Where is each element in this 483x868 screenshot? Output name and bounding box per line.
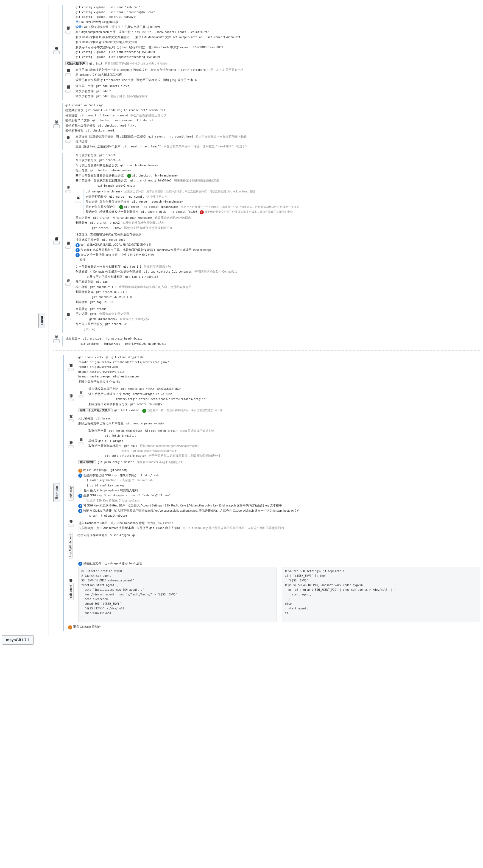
- global-vars-label-wrap: 全局变量: [65, 5, 71, 59]
- clone-label: 克隆版本库: [68, 368, 73, 371]
- ssh-group: 生成 SSH Key ! 此 Git Bash 控制台（git bash bat…: [68, 467, 480, 518]
- section-others: 其它 导出旧版本 git archive --format=zip head>r…: [53, 336, 480, 346]
- remote-init-group: 初始化 别名: [68, 386, 480, 414]
- cf-6: 程序: [80, 257, 480, 262]
- add-files-label: 添加新文件到版本库: [65, 90, 71, 93]
- ft-3: 单纯只 git pull origin: [88, 438, 480, 444]
- newrepo-label: 创建新库: [68, 524, 73, 527]
- daily-label-wrap: 日常操作: [53, 153, 60, 333]
- remote-content: 克隆版本库 git clone <url> 例：git clone d:\git…: [63, 355, 480, 630]
- al-2: 添加后然后自动添加 2 个 config remote.origin.url=d…: [88, 392, 480, 397]
- commit-label: 提交: [53, 124, 60, 128]
- cf-4: 2 作为临时比较某分配与支工具，比较相同的是被某发起了 TortoiseSVN …: [76, 247, 480, 252]
- ssh-0: ! 此 Git Bash 控制台（git bash bat）: [78, 467, 480, 472]
- rdaily-label: 日常操作: [68, 445, 73, 448]
- ssh-content: ! 此 Git Bash 控制台（git bash bat） 1 创建到以前已经…: [76, 467, 480, 518]
- cl-3: remote.origin.url=d:\usb: [78, 365, 480, 370]
- commit-line-4: 撤销所有 2 个文件 git checkout head readme.txt …: [65, 118, 480, 123]
- cf-3: 1 会生成 BACKUP, BASE, LOCAL 和 REMOTE 四个文件: [76, 242, 480, 247]
- tag-7: git checkout -b bt.0.1.0: [92, 294, 480, 300]
- br-10: git branch -D new2 即使分支没有就合并也可以删除下来: [92, 225, 480, 230]
- config-files-label: 设置忽略的文件: [65, 73, 71, 76]
- branch-content: 为比较所有分支 git branch 为比较所有分支 git branch -a…: [73, 153, 480, 230]
- conflict-label-wrap: 解决冲突: [65, 232, 71, 262]
- tag-4: 显示标签列表 git tag: [76, 279, 480, 284]
- ssh-agent-group: 让 ssh-agent 帮我们记住密码 1 修改配置文件，让 ssh-agent…: [68, 561, 480, 622]
- local-content: 初始化 全局变量 git: [49, 5, 480, 636]
- ssh-agent-content: 1 修改配置文件，让 ssh-agent 随 git bash 启动 在 Git…: [76, 561, 480, 622]
- commit-line-3: 修改提交 git commit -C head -a --amend 不会产生新…: [65, 113, 480, 118]
- ssh-8: 4 验证与 GitHub 的连接 输入以下查看提示语将会出现 You've su…: [78, 508, 480, 513]
- rbr-content: 为比较分支 git branch -r 删除远程分支中已标记不归本分支 git …: [76, 416, 480, 426]
- rbr-1: 为比较分支 git branch -r: [78, 416, 480, 421]
- config-files-group: 设置忽略的文件 在使用 git 新建根据文件一个名为 .gitignore 的忽…: [65, 67, 480, 82]
- rollback-content: 回滚提交 回滚提交对于提交 例：回滚最近一次提交 git revert --no…: [73, 134, 480, 149]
- http-content: 把密码定理存到钥匙里 $ ssh-keygen -p: [75, 532, 480, 558]
- ssh-4: 提示输入 Enter passphrase 时要输入密码: [84, 488, 480, 493]
- daily-content: 分支 为比较所有分支 git branch 为比较所有分支 git branch…: [62, 153, 480, 333]
- rollback-label: 撤销修改: [65, 140, 71, 143]
- gv-line-11: git config --global i18n.logoutputencodi…: [76, 55, 480, 60]
- local-label: Local: [38, 313, 45, 328]
- clone-group: 克隆版本库 git clone <url> 例：git clone d:\git…: [68, 355, 480, 384]
- tag-8: 删除标签 git tag -d 1.0: [76, 300, 480, 305]
- rb-line-2: 撤消缓存: [76, 139, 480, 144]
- merge-content: git merge <branchname> 如果发生了冲突，就不自动提交，如果…: [83, 189, 480, 214]
- br-7: git branch empty2 empty: [97, 183, 480, 188]
- init-label-wrap: 初始化: [53, 5, 60, 100]
- alias-subgroup: 别名 添加远程版本库的别名 git remote add <别名> <远程版本库…: [78, 386, 480, 407]
- commit-label-wrap: 提交: [53, 103, 60, 150]
- tag-3: 为某次历史的提交创建标签 git tag 1.1.4e80b165: [87, 274, 480, 279]
- status-content: 当前状态 git status 历史记录 gitk 查看当前分支历史记录 git…: [73, 306, 480, 332]
- conflict-content: 冲突处理 直接编辑我中间的它分别后缓存提交到 冲突比较启动合并 git merg…: [73, 232, 480, 262]
- mg-2: 合并但拒绝提交 git merge --no-commit 这很慢很不太当: [86, 194, 480, 199]
- commit-line-1: git commit -m "add msg": [65, 103, 480, 108]
- ssh-9: $ ssh -t git@github.com: [89, 513, 480, 518]
- add-files-group: 添加新文件到版本库 添加单一文件 git add somefile.txt 添加…: [65, 84, 480, 99]
- cf-1: 冲突处理 直接编辑我中间的它分别后缓存提交到: [76, 232, 480, 237]
- br-8: 重命名分支 git branch -M <branchname> <newnam…: [76, 215, 480, 220]
- tags-group: 标签 为当前分支最近一次提交创建标签 git tag 1.0 注意标签无消息参数…: [65, 264, 480, 305]
- gv-line-8: 解决 bash 控制台 git commit 无法输入中文注释: [76, 39, 480, 44]
- newrepo-label-wrap: 创建新库: [68, 521, 73, 531]
- cl-2: remote.origin.fetch=+refs/heads/*:refs/r…: [78, 360, 480, 365]
- gv-line-5: 设置 PATH 系统环境变量，通过加了 工具箱文档工具 进 mEditor: [76, 25, 480, 29]
- cf-line-1: 在使用 git 新建根据文件一个名为 .gitignore 的忽略文件 在命令行…: [76, 67, 480, 72]
- add-files-content: 添加单一文件 git add somefile.txt 添加所有文件 git a…: [73, 84, 480, 99]
- br-2: 为比较所有分支 git branch -a: [76, 158, 480, 163]
- cf-line-3: 设置已有含义配置 git/info/exclude 文件 可使用正则表达式 例如…: [76, 78, 480, 83]
- ssh-5: 2 生成 SSH Key $ ssh-keygen -t rsa -C "zah…: [78, 493, 480, 498]
- rbr-label-wrap: 分支: [68, 416, 73, 426]
- rb-line-3: 重置 重设 head 之前的第N个版本 git reset --hard hea…: [76, 144, 480, 149]
- gv-line-2: git config --global user.email "zahufan@…: [76, 10, 480, 15]
- daily-label: 日常操作: [53, 241, 60, 245]
- al-3: remote.origin.fetch=+refs/heads/*:refs/r…: [116, 396, 480, 402]
- br-6: 基于某文件，分支从某标记创建新分支 git branch empty bfe57…: [76, 178, 480, 183]
- main-content: Local 初始化: [36, 3, 483, 865]
- clone-label-wrap: 克隆版本库: [68, 355, 73, 384]
- app-container: msysGit1.7.1 Local 初始化: [0, 0, 483, 868]
- remote-init-label-wrap: 初始化: [68, 386, 73, 414]
- section-commit: 提交 git commit -m "add msg" 提交到后修改 git co…: [53, 103, 480, 150]
- add-files-label-wrap: 添加新文件到版本库: [65, 84, 71, 99]
- app-title-box: msysGit1.7.1: [2, 635, 34, 645]
- ot-1: 导出旧版本 git archive --format=zip head>rb.z…: [65, 336, 480, 341]
- af-line-2: 添加所有文件 git add *: [76, 89, 480, 94]
- clone-content: git clone <url> 例：git clone d:\gitl/b re…: [76, 355, 480, 384]
- br-3: 为比较已分支并列断链接合分支 git branch <branchname>: [76, 163, 480, 168]
- tag-6: 删除标签版本 git branch b1.1.1.1: [76, 289, 480, 294]
- rdaily-content: 从远程库获取 取到但不合并 git fetch <远程服务器> 例：git fe…: [76, 428, 480, 466]
- br-4: 检出分支 git checkout <branchname>: [76, 168, 480, 173]
- ssh-7: 3 将 SSH Key 添加到 GitHub 账户 点击进入 Account S…: [78, 503, 480, 508]
- others-label: 其它: [53, 339, 60, 343]
- rbr-2: 删除远程分支中已标记不归本分支 git remote prune origin: [78, 421, 480, 426]
- commit-line-2: 提交到后修改 git commit -m "add msg to readme.…: [65, 107, 480, 113]
- branch-label-wrap: 分支: [65, 153, 71, 230]
- tags-content: 为当前分支最近一次提交创建标签 git tag 1.0 注意标签无消息参数 创建…: [73, 264, 480, 305]
- section-init: 初始化 全局变量 git: [53, 5, 480, 100]
- gv-line-10: git config --global i18n.commitencoding …: [76, 50, 480, 55]
- ft-5: 如果有了 git clone 跟踪的方向则自动加的分支: [121, 448, 480, 454]
- status-group: 查看状态 当前状态 git status 历史记录 gitk 查看当前分支历史记…: [65, 306, 480, 332]
- newrepo-content: 进入 Dashboard Tab页；点击 New Reposirory 标题 免…: [76, 521, 480, 531]
- br-9: 删除分支 git branch -d new2 如果分支没有就合并到最先结构: [76, 220, 480, 225]
